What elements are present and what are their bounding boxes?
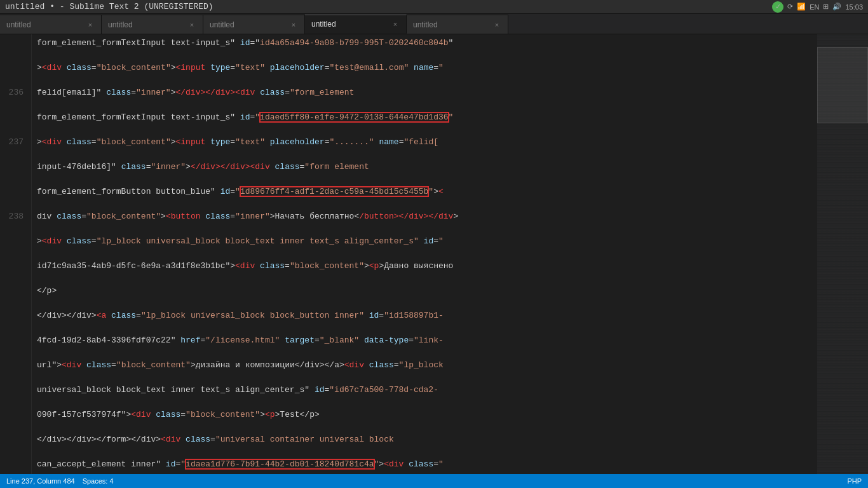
code-line: id71c9aa35-4ab9-d5fc-6e9a-a3d1f8e3b1bc">… [37,260,812,273]
status-icon: ✓ [772,1,783,13]
code-line: form_element_formButton button_blue" id=… [37,186,812,198]
tab-1[interactable]: untitled × [102,15,203,34]
signal-icon: 📶 [797,3,806,11]
code-line: ><div class="lp_block universal_block bl… [37,235,812,248]
tab-3[interactable]: untitled × [305,15,407,34]
code-area[interactable]: form_element_formTextInput text-input_s"… [32,34,817,474]
tab-label-0: untitled [6,20,31,29]
statusbar: Line 237, Column 484 Spaces: 4 PHP [0,474,868,488]
line-numbers: 236 237 238 [0,34,32,474]
code-line: 4fcd-19d2-8ab4-3396fdf07c22" href="/lice… [37,334,812,347]
cursor-position: Line 237, Column 484 [6,477,75,485]
tab-0[interactable]: untitled × [0,15,102,34]
tab-close-3[interactable]: × [391,20,400,29]
speaker-icon: 🔊 [832,3,841,11]
code-line: input-476deb16]" class="inner"></div></d… [37,161,812,173]
titlebar: untitled • - Sublime Text 2 (UNREGISTERE… [0,0,868,14]
tab-2[interactable]: untitled × [203,15,305,34]
tab-close-2[interactable]: × [289,20,298,29]
code-line: form_element_formTextInput text-input_s"… [37,111,812,124]
statusbar-right: PHP [847,477,862,485]
minimap[interactable] [817,34,868,474]
tabbar: untitled × untitled × untitled × untitle… [0,14,868,34]
titlebar-title: untitled • - Sublime Text 2 (UNREGISTERE… [5,2,214,11]
clock: 15:03 [845,3,863,11]
code-line: universal_block block_text inner text_s … [37,384,812,396]
tab-label-3: untitled [311,20,336,29]
tab-label-4: untitled [413,20,438,29]
tab-close-0[interactable]: × [86,20,95,29]
lang-indicator: EN [810,3,819,11]
tab-4[interactable]: untitled × [407,15,508,34]
minimap-viewport [817,47,868,123]
code-line: </p> [37,285,812,297]
editor: 236 237 238 form_element_formTextInput t… [0,34,868,474]
tab-label-2: untitled [210,20,234,29]
language-indicator: PHP [847,477,862,485]
bt-icon: ⊞ [823,3,829,11]
code-line: div class="block_content"><button class=… [37,210,812,223]
statusbar-left: Line 237, Column 484 Spaces: 4 [6,477,114,485]
code-line: ><div class="block_content"><input type=… [37,62,812,74]
tab-close-1[interactable]: × [187,20,196,29]
line-number: 238 [9,212,24,221]
tab-close-4[interactable]: × [492,20,501,29]
code-line: ><div class="block_content"><input type=… [37,136,812,149]
code-line: can_accept_element inner" id="idaea1d776… [37,458,812,471]
code-line-237: </div></div></form></div><div class="uni… [37,433,812,446]
line-number: 237 [9,137,24,147]
code-line-236: </div></div><a class="lp_block universal… [37,309,812,322]
code-line: felid[email]" class="inner"></div></div>… [37,86,812,99]
code-line: 090f-157cf537974f"><div class="block_con… [37,409,812,421]
spaces-indicator: Spaces: 4 [83,477,114,485]
code-line: url"><div class="block_content">дизайна … [37,359,812,372]
titlebar-icons: ✓ ⟳ 📶 EN ⊞ 🔊 15:03 [772,1,863,13]
line-number: 236 [9,88,24,97]
tab-label-1: untitled [108,20,133,29]
sync-icon: ⟳ [787,3,793,11]
code-line: form_element_formTextInput text-input_s"… [37,37,812,50]
